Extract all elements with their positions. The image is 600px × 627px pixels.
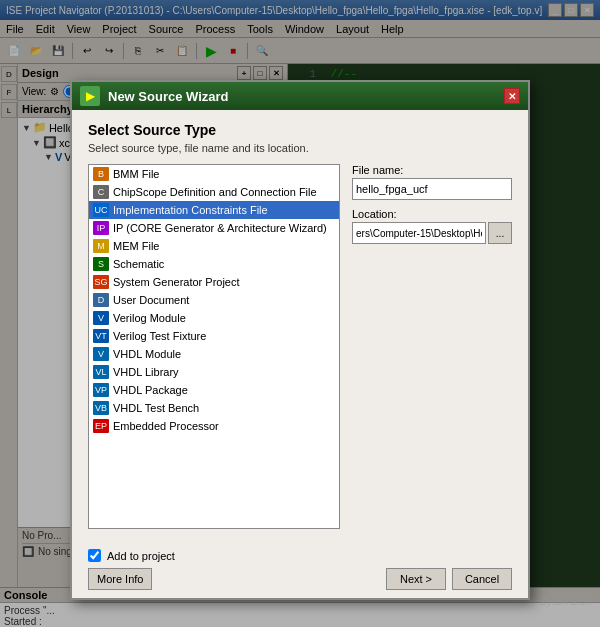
source-item-vhdl[interactable]: V VHDL Module <box>89 345 339 363</box>
source-item-ip[interactable]: IP IP (CORE Generator & Architecture Wiz… <box>89 219 339 237</box>
bmm-icon: B <box>93 167 109 181</box>
vhdltb-label: VHDL Test Bench <box>113 402 199 414</box>
more-info-button[interactable]: More Info <box>88 568 152 590</box>
embeddedprocessor-label: Embedded Processor <box>113 420 219 432</box>
dialog-title-bar: ▶ New Source Wizard ✕ <box>72 82 528 110</box>
dialog-close-button[interactable]: ✕ <box>504 88 520 104</box>
location-label: Location: <box>352 208 512 220</box>
add-to-project-row: Add to project <box>88 549 512 562</box>
ip-label: IP (CORE Generator & Architecture Wizard… <box>113 222 327 234</box>
source-item-schematic[interactable]: S Schematic <box>89 255 339 273</box>
source-item-vhdlpkg[interactable]: VP VHDL Package <box>89 381 339 399</box>
sysgenerator-label: System Generator Project <box>113 276 240 288</box>
location-field-group: Location: ... <box>352 208 512 244</box>
ip-icon: IP <box>93 221 109 235</box>
vhdlpkg-label: VHDL Package <box>113 384 188 396</box>
source-item-sysgenerator[interactable]: SG System Generator Project <box>89 273 339 291</box>
vhdlpkg-icon: VP <box>93 383 109 397</box>
add-to-project-label: Add to project <box>107 550 175 562</box>
ide-window: ISE Project Navigator (P.20131013) - C:\… <box>0 0 600 627</box>
source-item-embeddedprocessor[interactable]: EP Embedded Processor <box>89 417 339 435</box>
source-item-verilog[interactable]: V Verilog Module <box>89 309 339 327</box>
schematic-label: Schematic <box>113 258 164 270</box>
file-name-label: File name: <box>352 164 512 176</box>
vhdllib-icon: VL <box>93 365 109 379</box>
dialog-section-title: Select Source Type <box>88 122 512 138</box>
userdoc-icon: D <box>93 293 109 307</box>
source-right-panel: File name: Location: ... <box>352 164 512 529</box>
dialog-title-content: ▶ New Source Wizard <box>80 86 229 106</box>
source-item-chipscope[interactable]: C ChipScope Definition and Connection Fi… <box>89 183 339 201</box>
vhdl-icon: V <box>93 347 109 361</box>
chipscope-icon: C <box>93 185 109 199</box>
dialog-overlay: ▶ New Source Wizard ✕ Select Source Type… <box>0 0 600 627</box>
cancel-button[interactable]: Cancel <box>452 568 512 590</box>
verilog-module-label: Verilog Module <box>113 312 186 324</box>
vhdllib-label: VHDL Library <box>113 366 179 378</box>
dialog-title-text: New Source Wizard <box>108 89 229 104</box>
impl-icon: UC <box>93 203 109 217</box>
wizard-icon: ▶ <box>80 86 100 106</box>
vhdl-label: VHDL Module <box>113 348 181 360</box>
bmm-label: BMM File <box>113 168 159 180</box>
chipscope-label: ChipScope Definition and Connection File <box>113 186 317 198</box>
file-name-input[interactable] <box>352 178 512 200</box>
source-item-verilogtf[interactable]: VT Verilog Test Fixture <box>89 327 339 345</box>
source-item-bmm[interactable]: B BMM File <box>89 165 339 183</box>
verilogtf-icon: VT <box>93 329 109 343</box>
verilogtf-label: Verilog Test Fixture <box>113 330 206 342</box>
verilog-module-icon: V <box>93 311 109 325</box>
location-input[interactable] <box>352 222 486 244</box>
dialog-footer: Add to project More Info Next > Cancel <box>72 541 528 598</box>
impl-constraints-label: Implementation Constraints File <box>113 204 268 216</box>
source-item-userdoc[interactable]: D User Document <box>89 291 339 309</box>
browse-button[interactable]: ... <box>488 222 512 244</box>
dialog-buttons: More Info Next > Cancel <box>88 568 512 590</box>
file-name-field-group: File name: <box>352 164 512 200</box>
new-source-wizard-dialog: ▶ New Source Wizard ✕ Select Source Type… <box>70 80 530 600</box>
next-button[interactable]: Next > <box>386 568 446 590</box>
dialog-section-desc: Select source type, file name and its lo… <box>88 142 512 154</box>
source-item-vhdltb[interactable]: VB VHDL Test Bench <box>89 399 339 417</box>
add-to-project-checkbox[interactable] <box>88 549 101 562</box>
source-item-impl[interactable]: UC Implementation Constraints File <box>89 201 339 219</box>
mem-icon: M <box>93 239 109 253</box>
source-item-mem[interactable]: M MEM File <box>89 237 339 255</box>
dialog-main: B BMM File C ChipScope Definition and Co… <box>88 164 512 529</box>
source-item-vhdllib[interactable]: VL VHDL Library <box>89 363 339 381</box>
dialog-body: Select Source Type Select source type, f… <box>72 110 528 541</box>
userdoc-label: User Document <box>113 294 189 306</box>
embeddedprocessor-icon: EP <box>93 419 109 433</box>
source-type-list: B BMM File C ChipScope Definition and Co… <box>88 164 340 529</box>
location-row: ... <box>352 222 512 244</box>
vhdltb-icon: VB <box>93 401 109 415</box>
mem-label: MEM File <box>113 240 159 252</box>
schematic-icon: S <box>93 257 109 271</box>
sysgenerator-icon: SG <box>93 275 109 289</box>
